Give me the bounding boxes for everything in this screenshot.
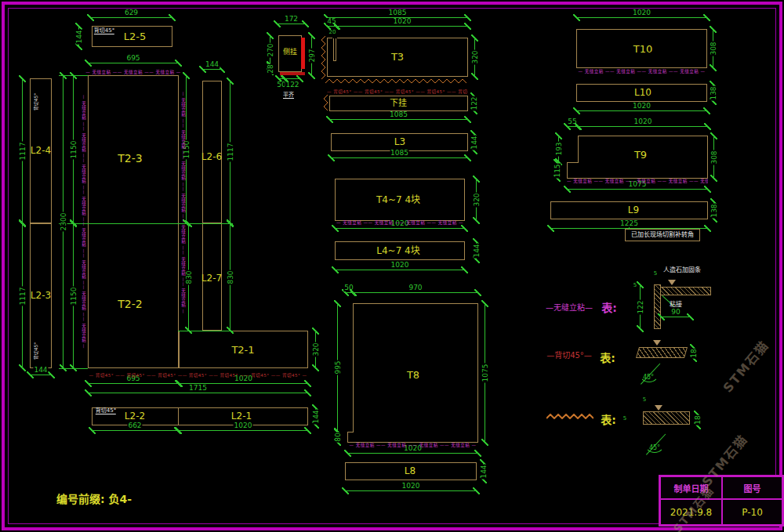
edge-note-backcut: 背切45° <box>94 28 114 34</box>
dimension-144: 144 <box>474 133 474 151</box>
dim-value: 18 <box>695 414 702 425</box>
dim-tick-icon <box>185 327 192 334</box>
legend-dim-5: 5 <box>623 416 626 422</box>
bar-L2-divider <box>178 407 179 425</box>
dimension-2300: 2300 <box>63 75 64 368</box>
legend-seam-horizontal-strip <box>660 287 711 295</box>
dimension-695: 695 <box>88 383 179 384</box>
dim-tick-icon <box>704 186 711 193</box>
dim-value: 662 <box>127 422 142 429</box>
dimension-122: 122 <box>640 284 641 329</box>
zigzag-break-line <box>546 414 593 419</box>
dim-tick-icon <box>704 123 711 130</box>
prefix-note: 编号前缀: 负4- <box>56 494 132 505</box>
seam-edge-line: — 无缝立粘 —— 无缝立粘 —— 无缝立粘 —— 无缝立粘 — <box>335 220 465 226</box>
dim-value: 320 <box>474 192 481 207</box>
dimension-1020: 1020 <box>345 490 477 491</box>
dim-tick-icon <box>70 364 77 371</box>
dimension-138: 138 <box>713 201 714 219</box>
dim-value: 308 <box>710 41 717 56</box>
dim-tick-icon <box>710 175 717 182</box>
dim-value: 1075 <box>482 364 489 383</box>
dim-tick-icon <box>274 20 281 27</box>
panel-T8-open <box>353 432 354 442</box>
zigzag-break-line <box>323 95 328 112</box>
legend-break-strip <box>643 411 690 425</box>
piece-label-L3: L3 <box>394 137 405 147</box>
dimension-1150: 1150 <box>73 223 74 368</box>
legend-angle-45: 45° <box>649 445 660 451</box>
dimension-1150: 1150 <box>73 75 74 223</box>
piece-label-L4-7: L4~7 4块 <box>376 246 419 255</box>
dim-tick-icon <box>573 14 580 21</box>
backcut-edge-line: — 背切45° —— 背切45° —— 背切45° —— 背切45° —— 背切… <box>327 89 468 95</box>
dimension-1085: 1085 <box>329 119 468 120</box>
dim-value: 144 <box>205 61 220 68</box>
dimension-1117: 1117 <box>22 223 23 368</box>
dimension-1020: 1020 <box>336 26 468 27</box>
panel-T9-flange <box>567 162 578 179</box>
seam-edge-line: — 无缝立粘 —— 无缝立粘 —— 无缝立粘 —— 无缝立粘 — <box>347 443 478 448</box>
dim-tick-icon <box>474 289 481 296</box>
dimension-193: 193 <box>558 136 559 162</box>
dim-tick-icon <box>60 72 67 79</box>
dim-value: 1715 <box>188 385 208 392</box>
dim-value: 80 <box>335 432 342 442</box>
dim-tick-icon <box>703 107 710 114</box>
dim-value: 695 <box>125 55 140 62</box>
legend-angle-45: 45° <box>643 375 654 381</box>
piece-label-T4-7: T4~7 4块 <box>376 195 420 204</box>
piece-label-L2-4: L2-4 <box>31 146 51 155</box>
dim-tick-icon <box>464 116 471 123</box>
dimension-144: 144 <box>483 462 484 480</box>
dim-value: 1020 <box>393 18 412 25</box>
side-hang-red-bar <box>301 38 305 69</box>
dim-tick-icon <box>176 380 183 387</box>
dim-value: 138 <box>711 203 718 218</box>
dim-value: 90 <box>670 309 681 316</box>
dim-value: 1150 <box>71 286 78 306</box>
dim-value: 830 <box>186 270 193 284</box>
dimension-18: 18 <box>693 347 694 359</box>
dim-value: 144 <box>481 464 488 479</box>
dimension-18: 18 <box>697 414 698 426</box>
dim-tick-icon <box>350 289 357 296</box>
legend-note-reinforce: 人造石加固条 <box>663 267 701 273</box>
cad-cutting-sheet: 制单日期 图号 2021.9.8 P-10 L2-5背切45°L2-4背切45°… <box>0 0 784 532</box>
dim-tick-icon <box>304 389 311 396</box>
dimension-830: 830 <box>188 223 189 331</box>
piece-label-bottom-hang: 下挂 <box>390 99 407 107</box>
seam-edge-line: — 无缝立粘 —— 无缝立粘 —— 无缝立粘 —— 无缝立粘 —— 无缝立粘 — <box>567 179 708 184</box>
seam-edge-line: — 无缝立粘 —— 无缝立粘 —— 无缝立粘 — <box>84 70 183 75</box>
note-flush: 平齐 <box>283 92 294 99</box>
dim-tick-icon <box>547 225 554 232</box>
dim-tick-icon <box>461 266 468 273</box>
seam-edge-line: — 无缝立粘 —— 无缝立粘 —— 无缝立粘 —— 无缝立粘 — <box>576 69 707 74</box>
dim-value: 1020 <box>401 483 421 490</box>
dim-tick-icon <box>473 217 480 224</box>
dim-value: 1117 <box>20 141 27 161</box>
dim-tick-icon <box>464 14 471 21</box>
dim-tick-icon <box>471 73 478 80</box>
piece-label-L8: L8 <box>405 466 416 476</box>
dimension-308: 308 <box>713 29 713 68</box>
dim-tick-icon <box>473 487 480 494</box>
dim-tick-icon <box>87 14 94 21</box>
dim-tick-icon <box>70 220 77 227</box>
dimension-90: 90 <box>661 317 691 317</box>
dimension-1117: 1117 <box>22 78 23 223</box>
dimension-308: 308 <box>713 136 714 179</box>
piece-label-T8: T8 <box>407 370 419 380</box>
dimension-995: 995 <box>337 303 338 432</box>
dim-tick-icon <box>312 328 319 335</box>
piece-label-L2-1: L2-1 <box>231 411 252 421</box>
dim-value: 1020 <box>632 103 652 110</box>
dim-value: 1117 <box>20 286 27 306</box>
dim-value: 144 <box>313 409 320 424</box>
dim-tick-icon <box>70 72 77 79</box>
dim-tick-icon <box>334 300 341 307</box>
dim-value: 320 <box>472 49 479 64</box>
dimension-80: 80 <box>337 432 338 443</box>
dim-value: 1020 <box>234 422 253 429</box>
dim-tick-icon <box>308 32 315 39</box>
